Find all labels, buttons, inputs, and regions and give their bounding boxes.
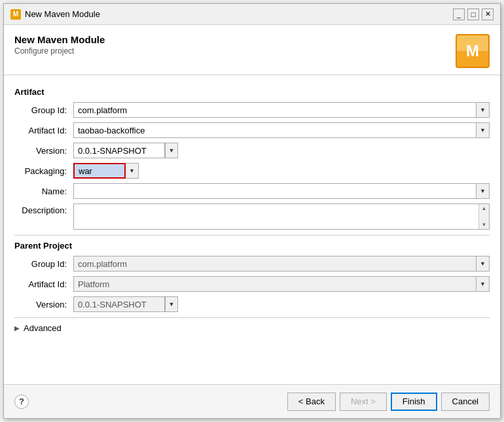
parent-version-dropdown-button[interactable]: ▼ [165,296,178,312]
parent-groupid-input[interactable] [73,256,477,272]
dialog-window: M New Maven Module _ □ ✕ New Maven Modul… [3,3,501,419]
groupid-label: Group Id: [14,105,73,115]
dialog-body: Artifact Group Id: ▼ Artifact Id: ▼ Vers… [4,75,500,384]
description-row: Description: ▲ ▼ [14,203,490,230]
parent-version-label: Version: [14,300,73,309]
dialog-footer: ? < Back Next > Finish Cancel [4,384,500,418]
name-row: Name: ▼ [14,183,490,199]
advanced-label: Advanced [24,323,62,333]
parent-artifactid-combo: ▼ [73,276,490,292]
help-button[interactable]: ? [14,395,29,409]
artifactid-combo: ▼ [73,122,490,138]
parent-version-row: Version: ▼ [14,296,490,312]
footer-left: ? [14,395,29,409]
dialog-icon: M [10,9,21,20]
packaging-input[interactable] [73,163,126,179]
parent-groupid-label: Group Id: [14,259,73,269]
parent-version-combo: ▼ [73,296,217,312]
dialog-header: New Maven Module Configure project M [4,25,500,75]
parent-groupid-combo: ▼ [73,256,490,272]
description-scrollbar[interactable]: ▲ ▼ [478,204,489,229]
artifact-section-title: Artifact [14,87,490,97]
title-bar-controls: _ □ ✕ [453,9,494,20]
artifactid-label: Artifact Id: [14,126,73,135]
minimize-button[interactable]: _ [453,9,465,20]
groupid-row: Group Id: ▼ [14,102,490,118]
parent-section-title: Parent Project [14,241,490,251]
groupid-input[interactable] [73,102,477,118]
groupid-combo: ▼ [73,102,490,118]
parent-artifactid-input[interactable] [73,276,477,292]
version-input[interactable] [73,143,165,158]
name-label: Name: [14,186,73,196]
next-button[interactable]: Next > [340,393,387,411]
scroll-down-icon: ▼ [482,222,487,228]
version-label: Version: [14,146,73,156]
name-input[interactable] [73,183,477,199]
name-dropdown-button[interactable]: ▼ [477,183,490,199]
groupid-dropdown-button[interactable]: ▼ [477,102,490,118]
parent-version-input[interactable] [73,296,165,312]
close-button[interactable]: ✕ [482,9,494,20]
artifactid-row: Artifact Id: ▼ [14,122,490,138]
maximize-button[interactable]: □ [467,9,479,20]
packaging-dropdown-button[interactable]: ▼ [126,163,139,179]
packaging-combo: ▼ [73,163,139,179]
version-combo: ▼ [73,143,217,158]
footer-right: < Back Next > Finish Cancel [287,393,490,411]
parent-artifactid-row: Artifact Id: ▼ [14,276,490,292]
parent-groupid-row: Group Id: ▼ [14,256,490,272]
scroll-up-icon: ▲ [482,205,487,211]
artifactid-input[interactable] [73,122,477,138]
version-dropdown-button[interactable]: ▼ [165,143,178,158]
dialog-subtitle: Configure project [14,46,105,56]
title-bar: M New Maven Module _ □ ✕ [4,4,500,25]
dialog-title: New Maven Module [14,34,105,45]
packaging-row: Packaging: ▼ [14,163,490,179]
description-label: Description: [14,203,73,215]
packaging-label: Packaging: [14,166,73,176]
version-row: Version: ▼ [14,143,490,158]
description-textarea[interactable] [74,204,478,229]
description-wrapper: ▲ ▼ [73,203,490,230]
advanced-row[interactable]: ▶ Advanced [14,323,490,333]
title-bar-text: New Maven Module [25,9,100,19]
back-button[interactable]: < Back [287,393,336,411]
parent-artifactid-dropdown-button[interactable]: ▼ [477,276,490,292]
parent-groupid-dropdown-button[interactable]: ▼ [477,256,490,272]
cancel-button[interactable]: Cancel [441,393,490,411]
separator-1 [14,235,490,236]
artifactid-dropdown-button[interactable]: ▼ [477,122,490,138]
maven-logo: M [456,34,490,68]
dialog-header-text: New Maven Module Configure project [14,34,105,56]
separator-2 [14,317,490,318]
parent-artifactid-label: Artifact Id: [14,279,73,289]
finish-button[interactable]: Finish [391,393,437,411]
name-combo: ▼ [73,183,490,199]
title-bar-left: M New Maven Module [10,9,100,20]
advanced-arrow-icon: ▶ [14,325,20,332]
